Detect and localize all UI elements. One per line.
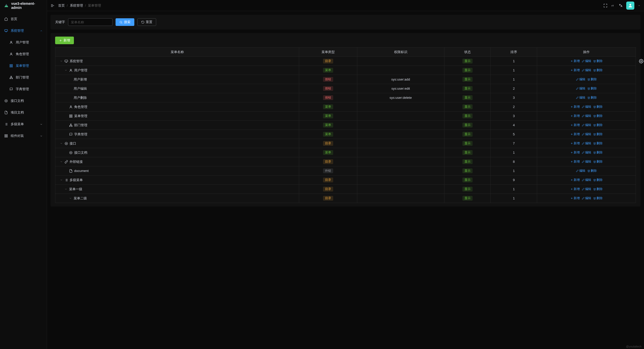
add-link[interactable]: 新增 (570, 196, 580, 200)
sidebar-subitem[interactable]: 用户管理 (0, 37, 47, 48)
chevron-icon (40, 29, 43, 32)
sidebar-item[interactable]: 组件封装 (0, 130, 47, 142)
edit-link[interactable]: 编辑 (576, 169, 585, 173)
delete-link[interactable]: 删除 (593, 150, 603, 155)
edit-link[interactable]: 编辑 (582, 68, 591, 72)
add-link[interactable]: 新增 (570, 187, 580, 191)
delete-link[interactable]: 删除 (593, 105, 603, 109)
type-tag: 目录 (323, 178, 333, 182)
edit-link[interactable]: 编辑 (582, 178, 591, 182)
delete-link[interactable]: 删除 (593, 59, 603, 63)
sidebar-item[interactable]: 多级菜单 (0, 118, 47, 130)
perm-cell (357, 130, 444, 139)
action-cell: 编辑删除 (537, 84, 636, 93)
settings-icon[interactable] (639, 59, 643, 64)
edit-link[interactable]: 编辑 (582, 132, 591, 136)
add-link[interactable]: 新增 (570, 59, 580, 63)
type-tag: 外链 (323, 168, 333, 173)
add-link[interactable]: 新增 (570, 132, 580, 136)
keyword-input[interactable] (68, 18, 112, 26)
expand-icon[interactable] (60, 160, 63, 163)
edit-link[interactable]: 编辑 (582, 150, 591, 155)
edit-link[interactable]: 编辑 (576, 96, 585, 100)
add-link[interactable]: 新增 (570, 160, 580, 164)
sidebar-subitem[interactable]: 菜单管理 (0, 60, 47, 72)
add-link[interactable]: 新增 (570, 68, 580, 72)
delete-link[interactable]: 删除 (587, 96, 597, 100)
edit-link[interactable]: 编辑 (582, 141, 591, 146)
add-button[interactable]: 新增 (55, 37, 74, 44)
action-cell: 新增编辑删除 (537, 66, 636, 75)
expand-icon[interactable] (65, 69, 68, 72)
column-header: 操作 (537, 47, 636, 57)
grid-icon (69, 114, 73, 118)
add-link[interactable]: 新增 (570, 114, 580, 118)
edit-link[interactable]: 编辑 (582, 187, 591, 191)
action-cell: 新增编辑删除 (537, 57, 636, 66)
avatar-chevron-icon[interactable] (638, 4, 640, 7)
edit-link[interactable]: 编辑 (576, 86, 585, 91)
edit-link[interactable]: 编辑 (582, 123, 591, 127)
sidebar-item[interactable]: 接口文档 (0, 95, 47, 107)
delete-link[interactable]: 删除 (587, 77, 597, 82)
edit-link[interactable]: 编辑 (582, 59, 591, 63)
delete-link[interactable]: 删除 (593, 114, 603, 118)
edit-link[interactable]: 编辑 (576, 77, 585, 82)
name-cell: 菜单管理 (55, 112, 299, 121)
svg-rect-9 (11, 76, 12, 77)
add-link[interactable]: 新增 (570, 150, 580, 155)
language-icon[interactable] (619, 4, 623, 8)
delete-link[interactable]: 删除 (593, 187, 603, 191)
delete-link[interactable]: 删除 (593, 196, 603, 200)
add-link[interactable]: 新增 (570, 105, 580, 109)
list-icon (4, 122, 8, 126)
breadcrumb-item[interactable]: 首页 (58, 3, 65, 8)
breadcrumb-item[interactable]: 系统管理 (70, 3, 83, 8)
type-tag: 菜单 (323, 150, 333, 155)
expand-icon[interactable] (60, 142, 63, 145)
sidebar-item[interactable]: 系统管理 (0, 25, 47, 37)
sidebar-item[interactable]: 首页 (0, 13, 47, 25)
sort-cell: 1 (491, 194, 537, 203)
sidebar-subitem[interactable]: 部门管理 (0, 72, 47, 83)
expand-icon[interactable] (65, 188, 68, 191)
fullscreen-icon[interactable] (603, 4, 607, 8)
edit-link[interactable]: 编辑 (582, 114, 591, 118)
expand-icon[interactable] (60, 60, 63, 62)
hamburger-icon[interactable] (51, 4, 55, 8)
type-tag: 按钮 (323, 86, 333, 91)
expand-icon[interactable] (60, 179, 63, 181)
expand-icon[interactable] (69, 197, 72, 200)
edit-link[interactable]: 编辑 (582, 196, 591, 200)
font-size-icon[interactable]: тT (611, 4, 615, 8)
delete-link[interactable]: 删除 (593, 141, 603, 146)
row-name-text: 字典管理 (74, 132, 87, 137)
delete-link[interactable]: 删除 (587, 86, 597, 91)
delete-link[interactable]: 删除 (593, 178, 603, 182)
sidebar-subitem[interactable]: 字典管理 (0, 83, 47, 95)
perm-cell (357, 157, 444, 166)
avatar[interactable] (626, 2, 634, 10)
sidebar: vue3-element-admin 首页系统管理用户管理角色管理菜单管理部门管… (0, 0, 47, 349)
sort-cell: 7 (491, 139, 537, 148)
type-tag: 按钮 (323, 77, 333, 82)
perm-cell (357, 57, 444, 66)
edit-link[interactable]: 编辑 (582, 105, 591, 109)
reset-button[interactable]: 重置 (137, 18, 156, 26)
svg-rect-27 (6, 136, 7, 137)
delete-link[interactable]: 删除 (593, 132, 603, 136)
svg-rect-48 (70, 115, 71, 116)
add-link[interactable]: 新增 (570, 178, 580, 182)
delete-link[interactable]: 删除 (593, 160, 603, 164)
add-link[interactable]: 新增 (570, 141, 580, 146)
delete-link[interactable]: 删除 (587, 169, 597, 173)
delete-link[interactable]: 删除 (593, 123, 603, 127)
sidebar-item[interactable]: 项目文档 (0, 107, 47, 118)
edit-link[interactable]: 编辑 (582, 160, 591, 164)
sidebar-item-label: 角色管理 (16, 52, 29, 56)
delete-link[interactable]: 删除 (593, 68, 603, 72)
logo[interactable]: vue3-element-admin (0, 0, 47, 11)
search-button[interactable]: 搜索 (116, 18, 134, 26)
sidebar-subitem[interactable]: 角色管理 (0, 48, 47, 60)
add-link[interactable]: 新增 (570, 123, 580, 127)
